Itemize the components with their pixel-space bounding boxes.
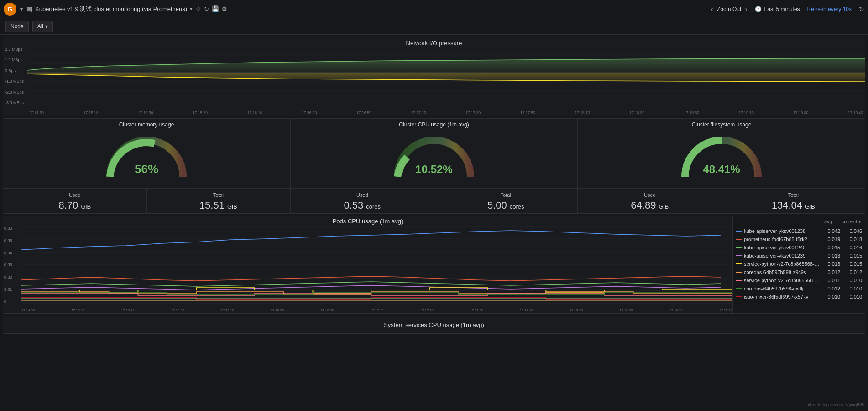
svg-text:48.41%: 48.41% [703,163,740,175]
legend-color-2 [736,239,742,240]
memory-stats: Used 8.70 GiB Total 15.51 GiB [3,188,290,213]
filesystem-total-label: Total [724,192,863,198]
filesystem-total-value: 134.04 GiB [724,200,863,211]
legend-name-7: service-python-v2-7c8b865568-ggrqg [744,278,822,283]
legend-current-2: 0.018 [842,237,862,242]
memory-used-value: 8.70 GiB [5,200,145,211]
zoom-controls: ‹ Zoom Out › [711,5,748,13]
legend-avg-5: 0.013 [824,261,840,267]
legend-current-7: 0.010 [842,278,862,283]
time-range-label: Last 5 minutes [764,6,800,12]
cpu-used-value: 0.53 cores [293,200,432,211]
filesystem-gauge-svg: 48.41% [676,131,767,186]
cpu-total-cell: Total 5.00 cores [434,189,578,213]
pods-legend: avg current ▾ kube-apiserver-yksv001238 … [732,216,865,313]
all-filter-dropdown[interactable]: All ▾ [32,21,53,32]
legend-avg-header: avg [824,219,832,225]
svg-text:56%: 56% [135,162,158,176]
legend-avg-7: 0.011 [824,278,840,283]
watermark: https://blog.csdn.net/ywq935 [806,402,864,407]
filterbar: Node All ▾ [0,18,868,35]
grafana-logo[interactable]: G [4,3,16,16]
filesystem-panel-title: Cluster filesystem usage [578,119,865,129]
settings-icon[interactable]: ⚙ [222,5,227,12]
list-item: istio-mixer-86f5df6997-x57kv 0.010 0.010 [735,293,863,301]
topbar-title-area: ▦ Kubernetes v1.9 测试 cluster monitoring … [26,5,707,13]
list-item: prometheus-fbdf67b85-f5rk2 0.019 0.018 [735,235,863,243]
network-x-axis: 17:14:50 17:15:10 17:15:30 17:15:50 17:1… [27,111,865,115]
legend-color-9 [736,296,742,297]
favorite-star-icon[interactable]: ☆ [195,5,201,13]
legend-avg-6: 0.012 [824,269,840,275]
refresh-interval-label[interactable]: Refresh every 10s [807,6,852,12]
cpu-gauge-svg: 10.52% [388,131,480,186]
legend-current-header[interactable]: current ▾ [842,219,861,225]
zoom-back-button[interactable]: ‹ [711,5,713,13]
list-item: kube-apiserver-yksv001240 0.015 0.016 [735,243,863,252]
legend-current-1: 0.046 [842,228,862,234]
list-item: coredns-64b597b598-z9c9s 0.012 0.012 [735,268,863,276]
filesystem-used-cell: Used 64.89 GiB [578,189,722,213]
legend-avg-1: 0.042 [824,228,840,234]
cpu-panel-title: Cluster CPU usage (1m avg) [291,119,577,129]
topbar: G ▾ ▦ Kubernetes v1.9 测试 cluster monitor… [0,0,868,18]
network-y-axis: 2.0 MBps 1.0 MBps 0 Bps -1.0 MBps -2.0 M… [3,45,27,107]
legend-avg-9: 0.010 [824,294,840,300]
memory-used-label: Used [5,192,145,198]
legend-name-5: service-python-v2-7c8b865568-clrrz [744,261,822,267]
legend-avg-8: 0.012 [824,286,840,291]
legend-header: avg current ▾ [735,218,863,227]
legend-avg-3: 0.015 [824,245,840,250]
network-io-panel: Network I/O pressure 2.0 MBps 1.0 MBps 0… [3,37,865,116]
pods-cpu-panel: Pods CPU usage (1m avg) 0.06 0.05 0.04 0… [3,216,865,314]
legend-name-9: istio-mixer-86f5df6997-x57kv [744,294,822,300]
legend-color-4 [736,255,742,256]
dashboard-icon: ▦ [26,5,32,13]
legend-name-2: prometheus-fbdf67b85-f5rk2 [744,237,822,242]
time-range-picker[interactable]: 🕐 Last 5 minutes [755,6,800,12]
title-chevron[interactable]: ▾ [190,6,193,12]
legend-color-8 [736,288,742,289]
memory-used-cell: Used 8.70 GiB [3,189,147,213]
legend-color-5 [736,263,742,264]
list-item: kube-apiserver-yksv001238 0.042 0.046 [735,227,863,235]
legend-current-9: 0.010 [842,294,862,300]
memory-panel-title: Cluster memory usage [3,119,290,129]
legend-avg-4: 0.013 [824,253,840,258]
pods-chart-svg [21,226,732,304]
legend-current-4: 0.015 [842,253,862,258]
pods-y-axis: 0.06 0.05 0.04 0.03 0.02 0.01 0 [4,226,21,304]
legend-name-4: kube-apiserver-yksv001239 [744,253,822,258]
gauges-and-stats-container: Cluster memory usage 56% [3,118,865,214]
filesystem-stats: Used 64.89 GiB Total 134.04 GiB [578,188,865,213]
cpu-used-cell: Used 0.53 cores [291,189,434,213]
memory-gauge-container: 56% [3,129,290,188]
filesystem-panel: Cluster filesystem usage 48.41% [578,118,865,214]
memory-total-label: Total [149,192,288,198]
node-filter-button[interactable]: Node [5,21,29,32]
refresh-button[interactable]: ↻ [859,5,864,13]
zoom-forward-button[interactable]: › [745,5,747,13]
legend-color-3 [736,247,742,248]
list-item: service-python-v2-7c8b865568-ggrqg 0.011… [735,276,863,285]
list-item: service-python-v2-7c8b865568-clrrz 0.013… [735,260,863,268]
filesystem-gauge-container: 48.41% [578,129,865,188]
memory-total-cell: Total 15.51 GiB [147,189,290,213]
legend-current-6: 0.012 [842,269,862,275]
legend-name-3: kube-apiserver-yksv001240 [744,245,822,250]
save-icon[interactable]: 💾 [212,5,219,12]
pods-cpu-title: Pods CPU usage (1m avg) [3,216,732,227]
menu-icon[interactable]: ▾ [20,6,23,12]
cpu-stats: Used 0.53 cores Total 5.00 cores [291,188,577,213]
memory-gauge-svg: 56% [101,131,192,186]
filesystem-total-cell: Total 134.04 GiB [722,189,865,213]
legend-current-8: 0.010 [842,286,862,291]
list-item: kube-apiserver-yksv001239 0.013 0.015 [735,252,863,260]
share-icon[interactable]: ↻ [204,5,209,12]
topbar-right: ‹ Zoom Out › 🕐 Last 5 minutes Refresh ev… [711,5,864,13]
legend-color-6 [736,272,742,273]
memory-panel: Cluster memory usage 56% [3,118,290,214]
pods-chart-area: Pods CPU usage (1m avg) 0.06 0.05 0.04 0… [3,216,732,313]
zoom-out-label[interactable]: Zoom Out [717,6,741,12]
cpu-panel: Cluster CPU usage (1m avg) 10.52% [290,118,578,214]
